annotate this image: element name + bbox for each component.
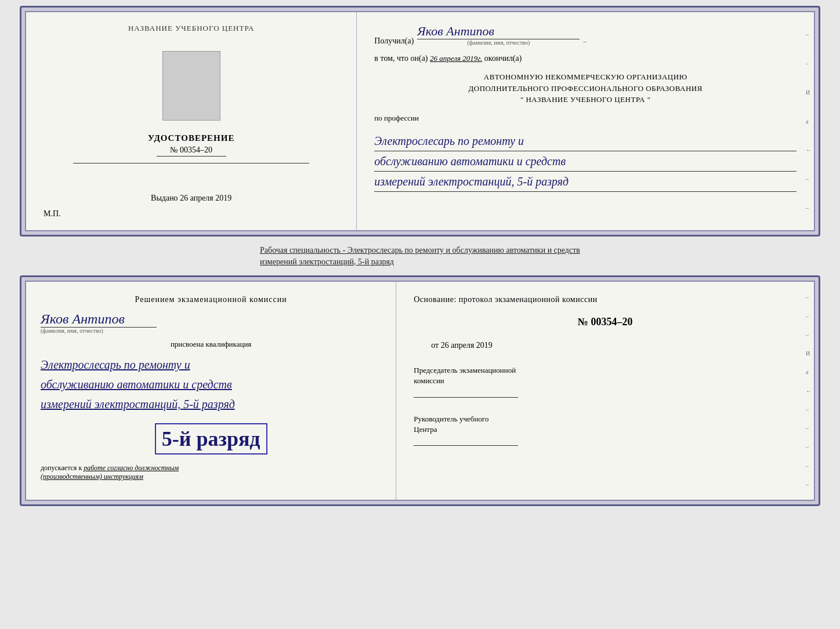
from-date-value: 26 апреля 2019 <box>441 341 493 350</box>
issued-label: Выдано <box>151 194 178 202</box>
qual-line2: обслуживанию автоматики и средств <box>41 375 381 394</box>
profession-line3: измерений электростанций, 5-й разряд <box>374 172 796 192</box>
person-name-lower: Яков Антипов <box>41 311 157 328</box>
dopusk-prefix: допускается к <box>41 464 82 472</box>
upper-document: НАЗВАНИЕ УЧЕБНОГО ЦЕНТРА УДОСТОВЕРЕНИЕ №… <box>20 6 820 237</box>
received-label: Получил(а) <box>374 37 414 46</box>
fio-sublabel-lower: (фамилия, имя, отчество) <box>41 328 103 334</box>
org-line1: АВТОНОМНУЮ НЕКОММЕРЧЕСКУЮ ОРГАНИЗАЦИЮ <box>374 71 796 83</box>
assigned-label: присвоена квалификация <box>41 340 381 349</box>
from-label: от <box>431 341 439 350</box>
upper-doc-right: Получил(а) Яков Антипов (фамилия, имя, о… <box>357 12 814 230</box>
chairman-sign-line <box>414 397 518 398</box>
vtom-prefix: в том, что он(а) <box>374 54 428 63</box>
qual-line3: измерений электростанций, 5-й разряд <box>41 394 381 414</box>
org-name-header: НАЗВАНИЕ УЧЕБНОГО ЦЕНТРА <box>128 24 254 33</box>
rank-box-container: 5-й разряд <box>41 420 381 458</box>
director-label: Руководитель учебного Центра <box>414 414 796 435</box>
osnov-text: Основание: протокол экзаменационной коми… <box>414 293 796 306</box>
director-sign-line <box>414 445 518 446</box>
decision-text: Решением экзаменационной комиссии <box>41 293 381 306</box>
profession-line2: обслуживанию автоматики и средств <box>374 151 796 172</box>
udostoverenie-title: УДОСТОВЕРЕНИЕ <box>148 133 235 143</box>
rank-big-text: 5-й разряд <box>155 423 267 455</box>
issued-date-value: 26 апреля 2019 <box>180 194 231 202</box>
dopusk-text: допускается к работе согласно должностны… <box>41 464 381 481</box>
certificate-number: № 00354–20 <box>157 146 226 157</box>
received-row: Получил(а) Яков Антипов (фамилия, имя, о… <box>374 24 796 46</box>
org-line2: ДОПОЛНИТЕЛЬНОГО ПРОФЕССИОНАЛЬНОГО ОБРАЗО… <box>374 83 796 94</box>
qualification-block: Электрослесарь по ремонту и обслуживанию… <box>41 355 381 414</box>
received-name: Яков Антипов <box>417 24 580 39</box>
profession-block: Электрослесарь по ремонту и обслуживанию… <box>374 131 796 192</box>
profession-line1: Электрослесарь по ремонту и <box>374 131 796 151</box>
between-line1: Рабочая специальность - Электрослесарь п… <box>260 245 580 256</box>
lower-doc-left: Решением экзаменационной комиссии Яков А… <box>26 282 396 500</box>
vtom-suffix: окончил(а) <box>484 54 522 63</box>
issued-date: Выдано 26 апреля 2019 <box>151 194 231 203</box>
vtom-line: в том, что он(а) 26 апреля 2019г. окончи… <box>374 54 796 63</box>
fio-sublabel-upper: (фамилия, имя, отчество) <box>417 39 580 46</box>
org-line3: " НАЗВАНИЕ УЧЕБНОГО ЦЕНТРА " <box>374 94 796 106</box>
director-text: Руководитель учебного Центра <box>414 415 488 434</box>
photo-placeholder <box>162 51 220 121</box>
edge-marks-lower: – – – И а ← – – – – – <box>806 282 812 500</box>
vtom-date: 26 апреля 2019г. <box>430 54 482 63</box>
qual-line1: Электрослесарь по ремонту и <box>41 355 381 375</box>
between-line2: измерений электростанций, 5-й разряд <box>260 256 580 268</box>
signature-line-1 <box>73 163 309 163</box>
dash-1: – <box>583 37 586 46</box>
upper-doc-left: НАЗВАНИЕ УЧЕБНОГО ЦЕНТРА УДОСТОВЕРЕНИЕ №… <box>26 12 357 230</box>
dopusk-italic2: (производственным) инструкциям <box>41 472 143 481</box>
udostoverenie-block: УДОСТОВЕРЕНИЕ № 00354–20 <box>148 133 235 157</box>
from-date: от 26 апреля 2019 <box>431 341 796 350</box>
edge-marks-upper: – – И а ← – – <box>806 12 812 230</box>
protocol-number: № 00354–20 <box>414 316 796 328</box>
lower-doc-right: Основание: протокол экзаменационной коми… <box>396 282 814 500</box>
between-text: Рабочая специальность - Электрослесарь п… <box>254 241 586 271</box>
mp-label: М.П. <box>44 209 61 219</box>
lower-document: Решением экзаменационной комиссии Яков А… <box>20 275 820 506</box>
org-full-name: АВТОНОМНУЮ НЕКОММЕРЧЕСКУЮ ОРГАНИЗАЦИЮ ДО… <box>374 71 796 106</box>
chairman-text: Председатель экзаменационной комиссии <box>414 366 516 385</box>
profession-label: по профессии <box>374 114 796 123</box>
dopusk-italic: работе согласно должностным <box>84 464 179 472</box>
chairman-label: Председатель экзаменационной комиссии <box>414 365 796 386</box>
